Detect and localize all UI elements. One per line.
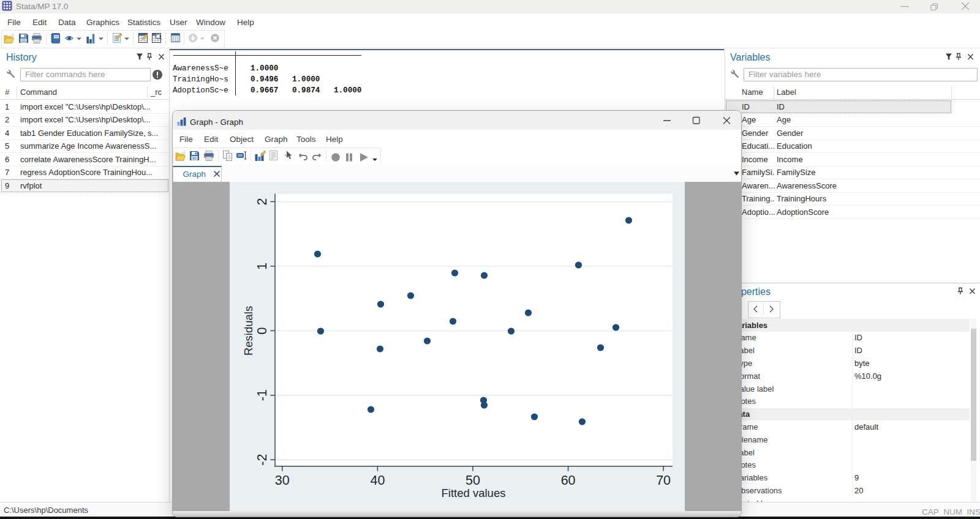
- svg-text:70: 70: [656, 473, 671, 488]
- svg-text:1: 1: [255, 263, 270, 270]
- svg-text:0: 0: [255, 327, 270, 334]
- svg-text:-2: -2: [255, 454, 270, 466]
- svg-text:-1: -1: [255, 389, 270, 401]
- svg-text:2: 2: [255, 198, 270, 206]
- svg-text:40: 40: [370, 473, 385, 488]
- svg-text:Residuals: Residuals: [242, 306, 255, 356]
- svg-text:30: 30: [274, 473, 289, 488]
- svg-text:Fitted values: Fitted values: [441, 487, 505, 499]
- svg-text:60: 60: [560, 473, 575, 488]
- svg-text:50: 50: [466, 473, 480, 488]
